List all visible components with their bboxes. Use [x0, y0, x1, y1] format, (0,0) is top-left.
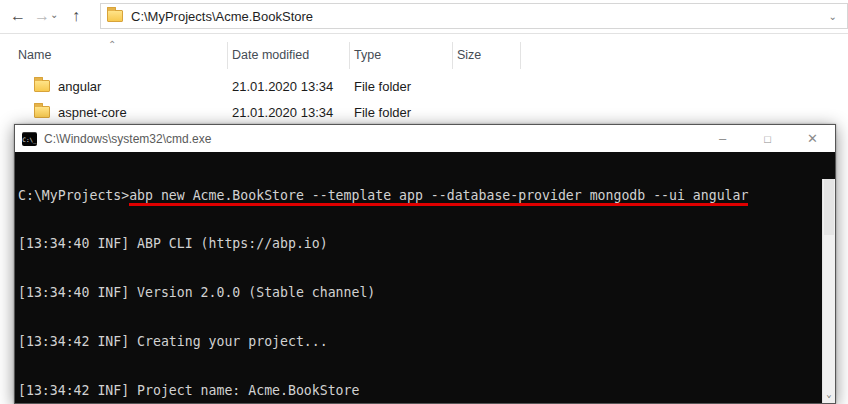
address-bar[interactable]: C:\MyProjects\Acme.BookStore ⌄ [100, 3, 848, 29]
cmd-window: C:\_ C:\Windows\system32\cmd.exe – □ ✕ C… [14, 124, 836, 404]
table-row-aspnet-core[interactable]: aspnet-core 21.01.2020 13:34 File folder [0, 100, 848, 126]
column-divider[interactable] [349, 42, 350, 69]
console-log-line: [13:34:42 INF] Creating your project... [18, 334, 816, 350]
recent-locations-chevron-icon[interactable]: ⌄ [50, 9, 58, 20]
console-output[interactable]: C:\MyProjects>abp new Acme.BookStore --t… [15, 152, 835, 403]
table-row-angular[interactable]: angular 21.01.2020 13:34 File folder [0, 74, 848, 100]
column-divider[interactable] [227, 42, 228, 69]
scrollbar-thumb[interactable] [824, 179, 834, 235]
file-date-modified: 21.01.2020 13:34 [232, 79, 333, 94]
minimize-button[interactable]: – [700, 125, 745, 152]
cmd-window-title: C:\Windows\system32\cmd.exe [44, 132, 700, 146]
window-controls: – □ ✕ [700, 125, 835, 152]
file-type: File folder [354, 79, 411, 94]
scrollbar-down-arrow-icon[interactable]: ⌄ [823, 386, 835, 402]
file-name[interactable]: angular [58, 79, 101, 94]
console-scrollbar[interactable]: ⌄ [822, 179, 835, 403]
column-headers: ⌃ Name Date modified Type Size [0, 40, 848, 70]
explorer-toolbar: ← → ⌄ ↑ C:\MyProjects\Acme.BookStore ⌄ [0, 0, 848, 34]
address-dropdown-chevron-icon[interactable]: ⌄ [825, 11, 841, 22]
column-header-type[interactable]: Type [354, 48, 381, 62]
console-log-line: [13:34:42 INF] Project name: Acme.BookSt… [18, 383, 816, 399]
sort-ascending-icon: ⌃ [108, 39, 116, 50]
folder-icon [107, 10, 123, 22]
console-log-line: [13:34:40 INF] ABP CLI (https://abp.io) [18, 236, 816, 252]
close-button[interactable]: ✕ [790, 125, 835, 152]
console-command-line: C:\MyProjects>abp new Acme.BookStore --t… [18, 188, 816, 204]
folder-icon [34, 80, 50, 92]
file-type: File folder [354, 105, 411, 120]
up-icon[interactable]: ↑ [64, 4, 88, 28]
column-header-name[interactable]: Name [18, 48, 51, 62]
column-header-size[interactable]: Size [457, 48, 481, 62]
folder-icon [34, 106, 50, 118]
cmd-titlebar[interactable]: C:\_ C:\Windows\system32\cmd.exe – □ ✕ [15, 125, 835, 152]
console-prompt: C:\MyProjects> [18, 188, 129, 203]
console-command-underlined: abp new Acme.BookStore --template app --… [129, 188, 748, 206]
cmd-icon: C:\_ [22, 132, 37, 146]
console-log-line: [13:34:40 INF] Version 2.0.0 (Stable cha… [18, 285, 816, 301]
address-path[interactable]: C:\MyProjects\Acme.BookStore [131, 9, 825, 24]
column-divider[interactable] [520, 42, 521, 69]
maximize-button[interactable]: □ [745, 125, 790, 152]
file-name[interactable]: aspnet-core [58, 105, 127, 120]
column-divider[interactable] [452, 42, 453, 69]
file-date-modified: 21.01.2020 13:34 [232, 105, 333, 120]
back-icon[interactable]: ← [6, 4, 30, 28]
column-header-date-modified[interactable]: Date modified [232, 48, 309, 62]
